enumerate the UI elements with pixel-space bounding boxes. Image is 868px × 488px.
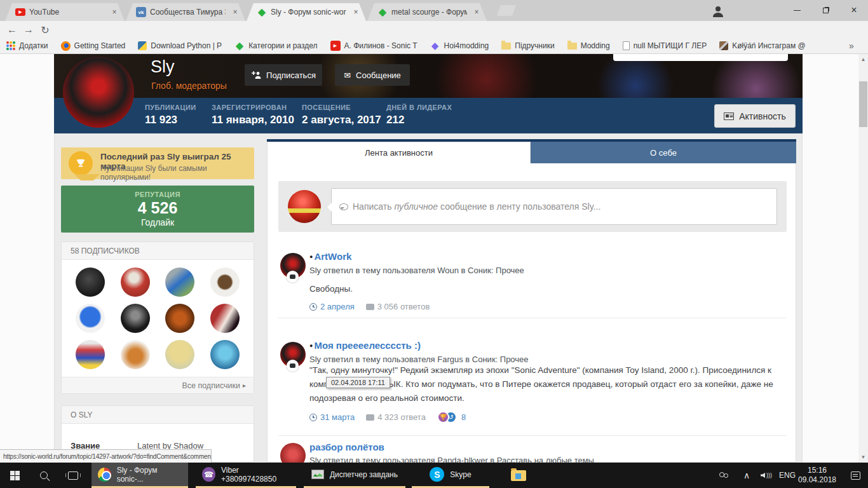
taskbar-app-chrome[interactable]: Sly - Форум sonic-...	[92, 463, 188, 488]
profile-avatar[interactable]	[63, 57, 134, 128]
tab-about[interactable]: О себе	[531, 142, 796, 163]
reload-button[interactable]: ↻	[37, 24, 53, 36]
bookmark-modding-folder[interactable]: Modding	[567, 41, 610, 50]
browser-tab-vk[interactable]: vk Сообщества Тимура За ×	[126, 3, 245, 21]
follower-avatar[interactable]	[210, 268, 240, 297]
action-center-button[interactable]	[843, 463, 868, 488]
browser-tab-youtube[interactable]: ▶ YouTube ×	[5, 3, 125, 21]
bookmark-filinov[interactable]: ▶ А. Филинов - Sonic T	[330, 41, 417, 51]
bookmark-null-mytishchi[interactable]: null МЫТИЩИ Г ЛЕР	[623, 41, 707, 50]
window-minimize-button[interactable]	[783, 0, 811, 20]
follower-avatar[interactable]	[76, 304, 105, 333]
post-title-link[interactable]: Моя преееелессссть :)	[314, 340, 421, 351]
bookmark-label: Додатки	[19, 41, 48, 50]
stat-joined: ЗАРЕГИСТРИРОВАН 11 января, 2010	[212, 104, 294, 126]
window-restore-button[interactable]	[811, 0, 840, 20]
forward-button[interactable]: →	[20, 24, 37, 36]
follower-avatar[interactable]	[76, 268, 105, 297]
post-subtitle: Sly ответил в тему пользователя Fargus в…	[309, 355, 529, 364]
action-center-icon	[851, 471, 860, 480]
taskbar-app-viber[interactable]: ☎ Viber +380997428850	[196, 463, 296, 488]
arrow-right-icon: ▸	[243, 382, 246, 389]
post-title-link[interactable]: ArtWork	[314, 251, 351, 262]
bookmark-label: Getting Started	[74, 41, 126, 50]
bookmark-label: Підручники	[515, 41, 554, 50]
green-gem-icon: ◆	[257, 7, 267, 17]
post-author-avatar[interactable]	[280, 443, 306, 463]
follower-avatar[interactable]	[76, 340, 105, 369]
taskbar-app-explorer[interactable]	[502, 463, 535, 488]
window-close-button[interactable]: ×	[840, 0, 868, 20]
all-followers-link[interactable]: Все подписчики ▸	[62, 377, 254, 393]
post-date-link[interactable]: 31 марта	[309, 412, 355, 422]
post-replies[interactable]: 4 323 ответа	[366, 412, 426, 422]
reactions-count[interactable]: 8	[461, 412, 466, 422]
tray-show-hidden-icons[interactable]: ∧	[737, 463, 756, 488]
banner-search-box[interactable]	[613, 54, 788, 61]
back-button[interactable]: ←	[4, 24, 20, 36]
tab-close-icon[interactable]: ×	[471, 8, 482, 17]
bookmark-python[interactable]: Download Python | P	[138, 41, 222, 50]
bookmark-categories[interactable]: ◆ Категории и раздел	[234, 41, 317, 51]
bookmarks-overflow-icon[interactable]: »	[849, 41, 854, 51]
tab-close-icon[interactable]: ×	[109, 8, 119, 17]
follower-avatar[interactable]	[121, 268, 150, 297]
follower-avatar[interactable]	[210, 304, 240, 333]
taskbar-app-skype[interactable]: S Skype	[412, 463, 489, 488]
own-avatar[interactable]	[288, 190, 321, 223]
follower-avatar[interactable]	[121, 340, 150, 369]
follower-avatar[interactable]	[121, 304, 150, 333]
bookmark-apps[interactable]: Додатки	[6, 41, 48, 50]
bookmark-hoi4modding[interactable]: ◆ Hoi4modding	[430, 41, 489, 51]
tray-clock[interactable]: 15:16 09.04.2018	[796, 463, 839, 488]
browser-tab-metal-scourge[interactable]: ◆ metal scourge - Форум s ×	[367, 3, 487, 21]
reaction-trophy-icon: 🏆	[437, 411, 449, 423]
scroll-up-icon[interactable]: ▲	[858, 57, 868, 62]
follower-avatar[interactable]	[165, 340, 194, 369]
tab-activity-feed[interactable]: Лента активности	[267, 142, 531, 163]
browser-tab-sly-active[interactable]: ◆ Sly - Форум sonic-world ×	[247, 3, 366, 21]
stat-days-won: ДНЕЙ В ЛИДЕРАХ 212	[386, 104, 452, 126]
message-button[interactable]: ✉ Сообщение	[335, 64, 410, 86]
post-replies[interactable]: 3 056 ответов	[366, 302, 430, 311]
post-subtitle: Sly ответил в тему пользователя Panda-bl…	[309, 456, 594, 463]
bookmark-instagram[interactable]: Køłÿáń Инстаграм @	[719, 41, 805, 50]
tray-people-button[interactable]	[713, 463, 735, 488]
bookmark-pidruchnyky-folder[interactable]: Підручники	[501, 41, 554, 50]
tab-close-icon[interactable]: ×	[351, 8, 361, 17]
bookmark-getting-started[interactable]: Getting Started	[61, 41, 126, 51]
start-button[interactable]	[0, 463, 29, 488]
follower-avatar[interactable]	[210, 340, 240, 369]
taskbar-app-label: Диспетчер завдань	[330, 470, 398, 479]
tray-volume-button[interactable]: )))	[756, 463, 776, 488]
tray-time: 15:16	[808, 466, 827, 475]
follower-avatar[interactable]	[165, 268, 194, 297]
taskbar-app-task-manager[interactable]: Диспетчер завдань	[304, 463, 405, 488]
windows-taskbar: Sly - Форум sonic-... ☎ Viber +380997428…	[0, 463, 868, 488]
profile-role: Глоб. модераторы	[151, 81, 227, 91]
new-tab-button[interactable]	[497, 5, 516, 16]
tab-close-icon[interactable]: ×	[230, 8, 240, 17]
unread-dot-icon[interactable]: ●	[309, 254, 313, 260]
follower-avatar[interactable]	[165, 304, 194, 333]
status-input[interactable]: Написать публичное сообщение в ленту пол…	[331, 188, 777, 225]
browser-profile-icon[interactable]	[710, 4, 726, 19]
post-title-link[interactable]: разбор полётов	[309, 442, 384, 452]
task-view-icon	[68, 471, 78, 480]
scroll-down-icon[interactable]: ▼	[858, 454, 868, 460]
taskbar-search-button[interactable]	[29, 463, 58, 488]
browser-toolbar: ← → ↻ Надійне | https://sonic-world.ru/f…	[0, 21, 868, 38]
screen: ▶ YouTube × vk Сообщества Тимура За × ◆ …	[0, 0, 868, 488]
page-scrollbar[interactable]: ▲ ▼	[858, 54, 868, 463]
scrollbar-thumb[interactable]	[859, 81, 867, 127]
tray-language-button[interactable]: ENG	[776, 463, 798, 488]
reactions-group[interactable]: 🏆 ↺ 8	[437, 411, 466, 423]
activity-button[interactable]: Активность	[714, 104, 796, 128]
follow-button[interactable]: Подписаться	[245, 64, 322, 86]
comment-icon	[290, 363, 295, 368]
vk-icon: vk	[136, 7, 146, 17]
volume-icon	[761, 473, 765, 478]
task-view-button[interactable]	[58, 463, 88, 488]
post-date-link[interactable]: 2 апреля	[309, 302, 355, 311]
unread-dot-icon[interactable]: ●	[309, 342, 313, 349]
